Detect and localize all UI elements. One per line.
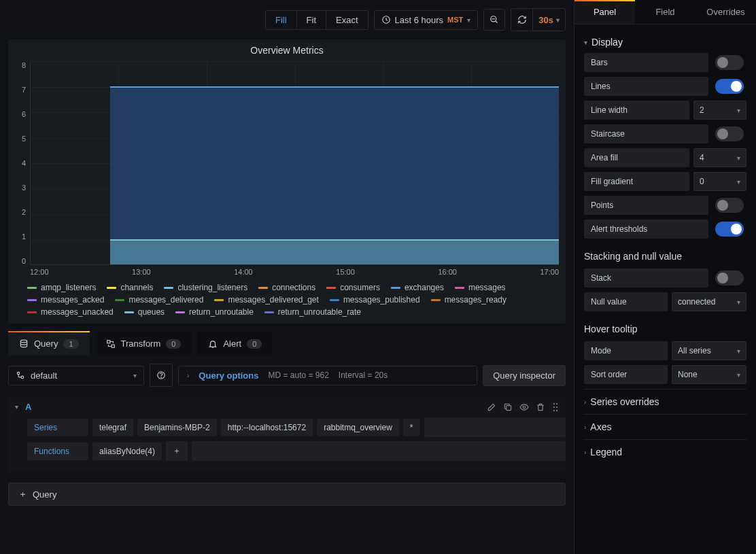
trash-icon[interactable] xyxy=(536,402,545,412)
series-segment[interactable]: telegraf xyxy=(92,419,133,436)
toggle-bars[interactable] xyxy=(715,55,744,70)
legend-item[interactable]: consumers xyxy=(326,283,380,292)
series-segment[interactable]: http:--localhost:15672 xyxy=(221,419,313,436)
series-segment[interactable]: rabbitmq_overview xyxy=(317,419,399,436)
toggle-alert-thresholds[interactable] xyxy=(715,222,744,237)
refresh-interval-select[interactable]: 30s ▾ xyxy=(533,15,565,25)
legend-swatch xyxy=(431,299,441,301)
legend-swatch xyxy=(214,299,224,301)
svg-line-3 xyxy=(496,21,498,23)
legend-swatch xyxy=(326,287,336,289)
section-axes[interactable]: ›Axes xyxy=(584,414,746,439)
chevron-down-icon: ▾ xyxy=(584,39,587,46)
query-options-bar[interactable]: › Query options MD = auto = 962 Interval… xyxy=(178,366,477,385)
select-nullvalue[interactable]: connected▾ xyxy=(672,292,746,311)
legend-item[interactable]: return_unroutable_rate xyxy=(264,307,361,317)
datasource-help-button[interactable] xyxy=(150,364,173,387)
toggle-stack[interactable] xyxy=(715,271,744,285)
query-inspector-button[interactable]: Query inspector xyxy=(483,365,566,386)
side-tab-panel[interactable]: Panel xyxy=(574,0,635,24)
chevron-right-icon: › xyxy=(584,449,586,456)
legend-item[interactable]: queues xyxy=(124,307,165,317)
legend-swatch xyxy=(258,287,268,289)
refresh-combo: 30s ▾ xyxy=(511,8,566,31)
chevron-down-icon[interactable]: ▾ xyxy=(15,403,18,411)
toggle-points[interactable] xyxy=(715,198,744,213)
svg-point-4 xyxy=(20,340,27,343)
legend-item[interactable]: messages xyxy=(455,283,506,292)
legend-item[interactable]: return_unroutable xyxy=(175,307,254,317)
legend-item[interactable]: messages_acked xyxy=(27,295,104,305)
svg-point-14 xyxy=(556,403,557,404)
legend-item[interactable]: messages_delivered_get xyxy=(214,295,318,305)
legend-item[interactable]: messages_delivered xyxy=(115,295,203,305)
chevron-right-icon: › xyxy=(187,372,189,379)
legend-item[interactable]: messages_unacked xyxy=(27,307,114,317)
side-tabs: PanelFieldOverrides xyxy=(574,0,756,24)
tab-alert[interactable]: Alert 0 xyxy=(197,332,273,356)
zoom-out-button[interactable] xyxy=(483,9,505,31)
legend-item[interactable]: exchanges xyxy=(391,283,444,292)
eye-icon[interactable] xyxy=(519,402,529,412)
legend-swatch xyxy=(330,299,339,301)
scale-mode-fill[interactable]: Fill xyxy=(266,11,296,29)
chart-plot[interactable] xyxy=(30,61,559,265)
opt-areafill-label: Area fill xyxy=(584,148,689,167)
chevron-down-icon: ▾ xyxy=(556,16,560,24)
select-fillgradient[interactable]: 0▾ xyxy=(693,172,746,191)
select-areafill[interactable]: 4▾ xyxy=(693,148,746,167)
tab-transform[interactable]: Transform 0 xyxy=(95,332,192,356)
side-tab-overrides[interactable]: Overrides xyxy=(695,0,756,24)
toggle-lines[interactable] xyxy=(715,79,744,94)
add-function-button[interactable]: ＋ xyxy=(166,441,188,461)
legend-item[interactable]: connections xyxy=(258,283,315,292)
chevron-down-icon: ▾ xyxy=(467,16,470,24)
legend-item[interactable]: channels xyxy=(107,283,153,292)
legend-item[interactable]: messages_ready xyxy=(431,295,506,305)
tab-query[interactable]: Query 1 xyxy=(8,332,90,356)
query-interval: Interval = 20s xyxy=(339,370,388,380)
svg-point-12 xyxy=(523,406,526,409)
section-display[interactable]: ▾ Display xyxy=(584,31,746,53)
svg-rect-5 xyxy=(107,340,109,343)
edit-icon[interactable] xyxy=(487,402,496,412)
legend-swatch xyxy=(164,287,173,289)
legend-item[interactable]: clustering_listeners xyxy=(164,283,247,292)
scale-mode-exact[interactable]: Exact xyxy=(326,11,368,29)
refresh-button[interactable] xyxy=(511,9,533,31)
legend-item[interactable]: messages_published xyxy=(330,295,420,305)
function-segment[interactable]: aliasByNode(4) xyxy=(92,443,162,460)
select-hover-sort[interactable]: None▾ xyxy=(672,365,746,384)
opt-stack-label: Stack xyxy=(584,269,708,288)
query-options-link[interactable]: Query options xyxy=(199,370,258,381)
copy-icon[interactable] xyxy=(503,402,513,412)
chart-y-axis: 876543210 xyxy=(15,61,30,265)
legend-item[interactable]: amqp_listeners xyxy=(27,283,96,292)
datasource-select[interactable]: default ▾ xyxy=(8,366,144,385)
opt-mode-label: Mode xyxy=(584,341,668,360)
svg-rect-6 xyxy=(111,345,114,347)
add-query-button[interactable]: ＋ Query xyxy=(8,483,566,506)
time-range-picker[interactable]: Last 6 hours MST ▾ xyxy=(374,10,479,30)
legend-swatch xyxy=(107,287,116,289)
legend-swatch xyxy=(27,287,37,289)
side-tab-field[interactable]: Field xyxy=(635,0,695,24)
series-segment[interactable]: Benjamins-MBP-2 xyxy=(137,419,217,436)
section-series-overrides[interactable]: ›Series overrides xyxy=(584,389,746,414)
svg-point-8 xyxy=(21,376,24,379)
toggle-staircase[interactable] xyxy=(715,126,744,141)
svg-point-16 xyxy=(556,406,557,407)
query-ref-id[interactable]: A xyxy=(25,402,31,412)
opt-staircase-label: Staircase xyxy=(584,124,708,143)
drag-handle-icon[interactable] xyxy=(552,402,559,412)
query-row-a: ▾ A Series telegrafBenjamins-MBP-2http:-… xyxy=(8,396,566,472)
chevron-right-icon: › xyxy=(584,423,586,431)
select-linewidth[interactable]: 2▾ xyxy=(693,101,746,120)
svg-rect-11 xyxy=(506,405,511,410)
select-hover-mode[interactable]: All series▾ xyxy=(672,341,746,360)
series-segment[interactable]: * xyxy=(403,419,420,436)
legend-swatch xyxy=(115,299,124,301)
scale-mode-fit[interactable]: Fit xyxy=(296,11,326,29)
opt-points-label: Points xyxy=(584,196,708,215)
section-legend[interactable]: ›Legend xyxy=(584,439,746,464)
